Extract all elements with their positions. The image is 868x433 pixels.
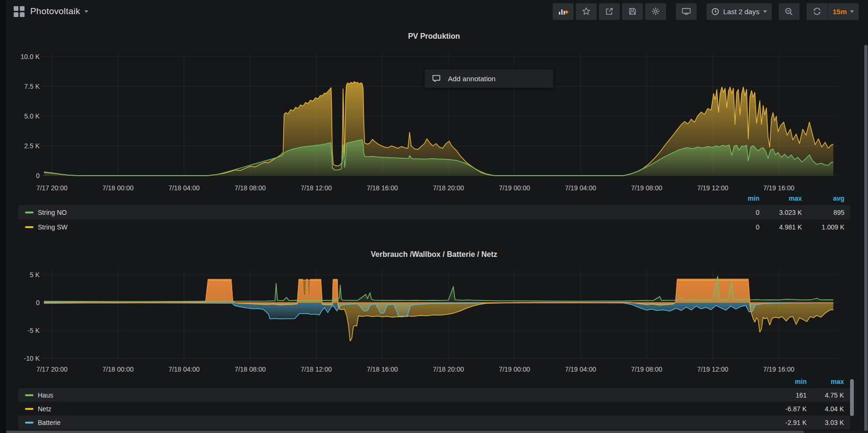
zoom-out-icon xyxy=(784,7,793,16)
legend-stat-value: 4.75 K xyxy=(792,391,844,399)
legend-series-label: Netz xyxy=(38,405,51,413)
legend-stat-header-avg[interactable]: avg xyxy=(792,195,844,202)
monitor-icon xyxy=(682,7,691,16)
legend-scrollbar[interactable] xyxy=(850,379,854,416)
share-button[interactable] xyxy=(599,3,620,20)
time-range-picker[interactable]: Last 2 days xyxy=(707,3,772,20)
series-color-swatch[interactable] xyxy=(25,394,34,396)
series-color-swatch[interactable] xyxy=(25,422,34,424)
chevron-down-icon xyxy=(84,10,88,13)
y-axis-tick-label: -10 K xyxy=(24,355,40,362)
x-axis-tick-label: 7/18 00:00 xyxy=(102,365,134,373)
series-color-swatch[interactable] xyxy=(25,226,34,228)
legend-stat-value: 1.009 K xyxy=(792,223,844,231)
legend-header: minmax xyxy=(18,378,850,387)
x-axis-tick-label: 7/19 16:00 xyxy=(763,365,794,373)
x-axis-tick-label: 7/18 12:00 xyxy=(301,365,332,373)
settings-button[interactable] xyxy=(645,3,666,20)
legend-row-batterie[interactable]: Batterie-2.91 K3.03 K xyxy=(18,416,850,429)
dashboard-title-dropdown[interactable]: Photovoltaik xyxy=(30,6,88,17)
legend-row-string-sw[interactable]: String SW04.981 K1.009 K xyxy=(18,220,850,234)
navbar: Photovoltaik xyxy=(6,0,868,23)
legend-stat-header-max[interactable]: max xyxy=(792,378,844,385)
left-edge-strip xyxy=(0,0,6,433)
save-icon xyxy=(628,7,637,16)
series-color-swatch[interactable] xyxy=(25,408,34,410)
legend-row-string-no[interactable]: String NO03.023 K895 xyxy=(18,205,850,220)
time-range-label: Last 2 days xyxy=(723,8,759,16)
series-color-swatch[interactable] xyxy=(25,212,34,213)
panel-title-pv-produktion[interactable]: PV Produktion xyxy=(0,32,868,41)
add-panel-button[interactable] xyxy=(553,3,573,20)
dashboard-title: Photovoltaik xyxy=(30,6,80,17)
chevron-down-icon xyxy=(763,10,767,13)
save-button[interactable] xyxy=(622,3,643,20)
refresh-interval-label: 15m xyxy=(833,8,847,16)
y-axis-tick-label: -5 K xyxy=(27,327,40,334)
clock-icon xyxy=(711,8,719,16)
add-annotation-label: Add annotation xyxy=(448,75,496,83)
legend-series-label: String SW xyxy=(38,223,67,231)
legend-row-haus[interactable]: Haus1614.75 K xyxy=(18,388,850,402)
legend-header: minmaxavg xyxy=(18,195,850,204)
x-axis-tick-label: 7/19 00:00 xyxy=(499,365,530,373)
legend-row-netz[interactable]: Netz-6.87 K4.04 K xyxy=(18,402,850,416)
add-annotation-menu-item[interactable]: Add annotation xyxy=(425,69,553,88)
x-axis-tick-label: 7/18 08:00 xyxy=(235,365,266,373)
tv-kiosk-button[interactable] xyxy=(676,3,697,20)
x-axis-tick-label: 7/18 04:00 xyxy=(169,365,200,373)
page-vertical-scrollbar[interactable] xyxy=(864,45,868,433)
panel-title-verbrauch[interactable]: Verbrauch /Wallbox / Batterie / Netz xyxy=(0,250,868,259)
x-axis-tick-label: 7/18 20:00 xyxy=(433,365,464,373)
y-axis-tick-label: 0 xyxy=(36,299,40,306)
legend-stat-value: 4.04 K xyxy=(792,405,844,413)
dashboard-grid-icon[interactable] xyxy=(14,6,25,17)
gear-icon xyxy=(651,7,660,16)
legend-series-label: String NO xyxy=(38,209,67,216)
legend-stat-value: 3.03 K xyxy=(792,419,844,426)
comment-bubble-icon xyxy=(432,75,441,83)
zoom-out-button[interactable] xyxy=(779,3,800,20)
x-axis-tick-label: 7/18 16:00 xyxy=(367,365,398,373)
x-axis-tick-label: 7/19 08:00 xyxy=(631,365,662,373)
star-button[interactable] xyxy=(576,3,597,20)
star-icon xyxy=(582,7,590,16)
page-horizontal-scrollbar[interactable] xyxy=(6,431,804,433)
x-axis-tick-label: 7/19 12:00 xyxy=(697,365,728,373)
chevron-down-icon xyxy=(850,10,854,13)
y-axis-tick-label: 5 K xyxy=(30,271,40,279)
refresh-icon xyxy=(813,7,821,16)
legend-series-label: Haus xyxy=(38,391,53,399)
legend-series-label: Batterie xyxy=(38,419,60,426)
refresh-button[interactable] xyxy=(807,3,827,20)
page-horizontal-scrollbar-track xyxy=(6,431,868,433)
x-axis-tick-label: 7/19 04:00 xyxy=(565,365,596,373)
x-axis-tick-label: 7/17 20:00 xyxy=(36,365,67,373)
refresh-interval-dropdown[interactable]: 15m xyxy=(828,3,859,20)
share-icon xyxy=(605,7,614,16)
add-panel-icon xyxy=(558,7,568,16)
legend-stat-value: 895 xyxy=(792,209,844,216)
